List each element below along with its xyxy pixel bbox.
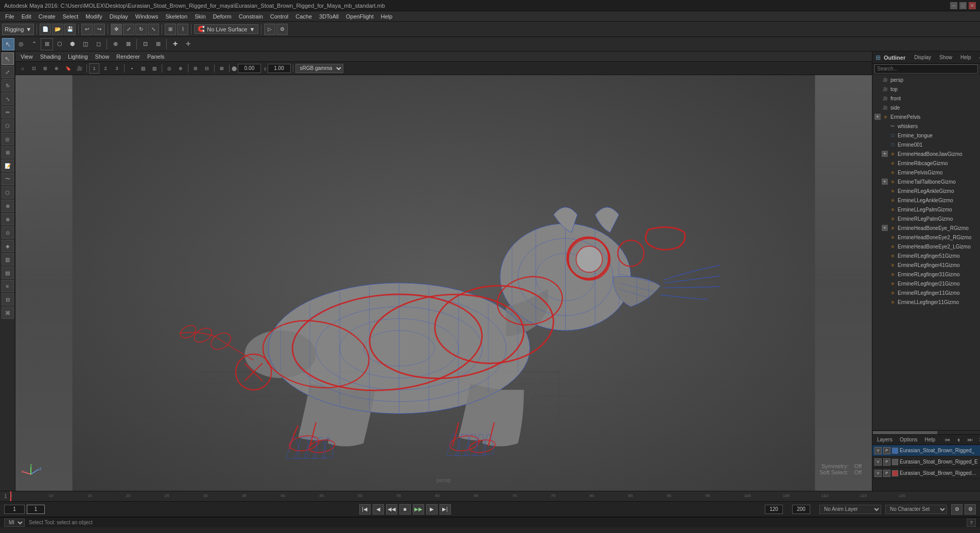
anim-layer-dropdown[interactable]: No Anim Layer [819, 505, 881, 514]
menu-edit[interactable]: Edit [19, 12, 34, 21]
paint-tool[interactable]: ✏ [2, 106, 14, 118]
layers-help-btn[interactable]: Help [923, 437, 937, 442]
cam-settings-button[interactable]: 🎥 [74, 63, 84, 74]
menu-3dtoall[interactable]: 3DToAll [316, 12, 342, 21]
timeline-track[interactable]: 5 10 15 20 25 30 35 40 45 50 55 60 65 70… [10, 491, 976, 501]
scale-tool-button[interactable]: ⤡ [148, 24, 159, 35]
timeline-ruler[interactable]: 1 5 10 15 20 25 30 35 40 45 50 55 60 65 … [0, 491, 980, 502]
expand-jaw-btn[interactable]: + [882, 151, 888, 157]
joint-tool[interactable]: ⊕ [2, 200, 14, 212]
tree-item-front[interactable]: 🎥 front [872, 94, 980, 103]
render-button[interactable]: ▷ [264, 24, 275, 35]
xray-bones-btn[interactable]: ⊗ [176, 63, 186, 74]
snap-tool[interactable]: ⊞ [2, 146, 14, 158]
viewport-menu-renderer[interactable]: Renderer [113, 52, 143, 61]
poly-tool[interactable]: ⬡ [2, 186, 14, 199]
viewport-menu-shading[interactable]: Shading [37, 52, 64, 61]
redo-button[interactable]: ↪ [94, 24, 105, 35]
outliner-hscrollbar[interactable] [872, 430, 980, 434]
undo-button[interactable]: ↩ [81, 24, 93, 35]
tree-item-ermine-r-legfinger31-gizmo[interactable]: ⊕ ErmineRLegfinger31Gizmo [872, 270, 980, 279]
menu-display[interactable]: Display [107, 12, 131, 21]
tree-item-ermine-r-legfinger21-gizmo[interactable]: ⊕ ErmineRLegfinger21Gizmo [872, 279, 980, 288]
isolate-select-btn[interactable]: ⊠ [217, 63, 227, 74]
viewport-canvas[interactable]: persp Symmetry: Off Soft Select: Off Z [15, 75, 872, 491]
isolate-button[interactable]: ⊠ [122, 38, 134, 50]
layer-row-3[interactable]: V P Eurasian_Stoat_Brown_Rigged_C [872, 468, 980, 479]
status-help-btn[interactable]: ? [967, 519, 976, 527]
soft-select-button[interactable]: ⊞ [41, 38, 53, 50]
cam-frame-button[interactable]: ⊞ [40, 63, 50, 74]
xray-btn[interactable]: ◎ [164, 63, 174, 74]
select-tool-button[interactable]: ✥ [111, 24, 122, 35]
select-mode-button[interactable]: ↖ [2, 38, 14, 50]
layer-v-btn-3[interactable]: V [874, 470, 882, 477]
character-set-settings-btn[interactable]: ⚙ [951, 504, 962, 514]
move-normal-button[interactable]: ⬡ [54, 38, 66, 50]
color-space-dropdown[interactable]: sRGB gamma [295, 64, 343, 73]
select-tool[interactable]: ↖ [2, 52, 14, 65]
current-frame-input[interactable] [27, 505, 45, 514]
shading-quality-1[interactable]: 1 [89, 63, 99, 74]
weight-tool[interactable]: ⊙ [2, 226, 14, 239]
layer-v-btn-1[interactable]: V [874, 447, 882, 454]
layers-next-btn[interactable]: ⏭ [968, 437, 973, 442]
minimize-button[interactable]: ─ [950, 2, 957, 9]
paint-select-button[interactable]: ⌃ [28, 38, 40, 50]
viewport-menu-view[interactable]: View [18, 52, 36, 61]
shaded-wire-button[interactable]: ◻ [92, 38, 104, 50]
gamma-input[interactable] [268, 64, 291, 73]
menu-control[interactable]: Control [267, 12, 291, 21]
menu-select[interactable]: Select [60, 12, 82, 21]
next-frame-button[interactable]: ▶ [426, 504, 437, 514]
textured-btn[interactable]: ▧ [149, 63, 160, 74]
tree-item-ermine-r-leg-palm-gizmo[interactable]: ⊕ ErmineRLegPalmGizmo [872, 214, 980, 223]
cam-center-button[interactable]: ⊕ [51, 63, 62, 74]
render-layer-tool[interactable]: ▥ [2, 253, 14, 265]
layer-p-btn-1[interactable]: P [883, 447, 890, 454]
menu-skin[interactable]: Skin [191, 12, 208, 21]
maximize-button[interactable]: □ [959, 2, 967, 9]
transform-gizmo-button[interactable]: ⊡ [139, 38, 151, 50]
tree-item-ermine-pelvis[interactable]: + ⊕ ErminePelvis [872, 112, 980, 121]
layers-play-btn[interactable]: ⏴ [956, 437, 961, 442]
ik-tool[interactable]: ⊗ [2, 213, 14, 225]
expand-eye-r-btn[interactable]: + [882, 225, 888, 231]
deform-tool[interactable]: ◈ [2, 240, 14, 252]
tree-item-ermine-pelvis-gizmo[interactable]: ⊕ ErminePelvisGizmo [872, 168, 980, 177]
tree-item-ermine-head-bone-eye2-l-gizmo[interactable]: ⊕ ErmineHeadBoneEye2_LGizmo [872, 242, 980, 251]
menu-create[interactable]: Create [36, 12, 59, 21]
prev-frame-button[interactable]: ◀ [373, 504, 384, 514]
shading-quality-2[interactable]: 2 [100, 63, 111, 74]
mode-dropdown[interactable]: Rigging ▼ [2, 24, 34, 35]
cross-icon-button[interactable]: ✛ [182, 38, 194, 50]
shading-quality-3[interactable]: 3 [112, 63, 122, 74]
tree-item-ermine-r-legfinger41-gizmo[interactable]: ⊕ ErmineRLegfinger41Gizmo [872, 260, 980, 270]
grid-btn[interactable]: ⊞ [190, 63, 201, 74]
script-tool[interactable]: ⌘ [2, 307, 14, 319]
layer-tool[interactable]: ▤ [2, 266, 14, 279]
shaded-btn[interactable]: ▨ [138, 63, 148, 74]
tree-item-ermine-head-bone-eye2-r-gizmo[interactable]: ⊕ ErmineHeadBoneEye2_RGizmo [872, 233, 980, 242]
move-tool-button[interactable]: ⤢ [123, 24, 134, 35]
play-forward-button[interactable]: ▶▶ [413, 504, 424, 514]
menu-help[interactable]: Help [378, 12, 396, 21]
layer-row-2[interactable]: V P Eurasian_Stoat_Brown_Rigged_E [872, 456, 980, 468]
play-back-button[interactable]: ◀◀ [386, 504, 397, 514]
snapping-button[interactable]: ⊞ [152, 38, 164, 50]
attr-tool[interactable]: ⊟ [2, 293, 14, 306]
menu-deform[interactable]: Deform [210, 12, 235, 21]
viewport-menu-panels[interactable]: Panels [144, 52, 168, 61]
tree-item-ermine-head-bone-eye-r-gizmo[interactable]: + ⊕ ErmineHeadBoneEye_RGizmo [872, 223, 980, 233]
outliner-search-input[interactable] [874, 64, 978, 74]
expand-tail-btn[interactable]: + [882, 179, 888, 185]
next-key-button[interactable]: ▶| [440, 504, 451, 514]
menu-skeleton[interactable]: Skeleton [162, 12, 190, 21]
tree-item-whiskers[interactable]: 〜 whiskers [872, 121, 980, 131]
script-lang-dropdown[interactable]: MEL [4, 519, 25, 527]
menu-modify[interactable]: Modify [82, 12, 105, 21]
menu-openflight[interactable]: OpenFlight [343, 12, 377, 21]
annotation-tool[interactable]: 📝 [2, 159, 14, 172]
window-controls[interactable]: ─ □ ✕ [950, 2, 976, 9]
tree-item-ermine-l-leg-palm-gizmo[interactable]: ⊕ ErmineLLegPalmGizmo [872, 205, 980, 214]
